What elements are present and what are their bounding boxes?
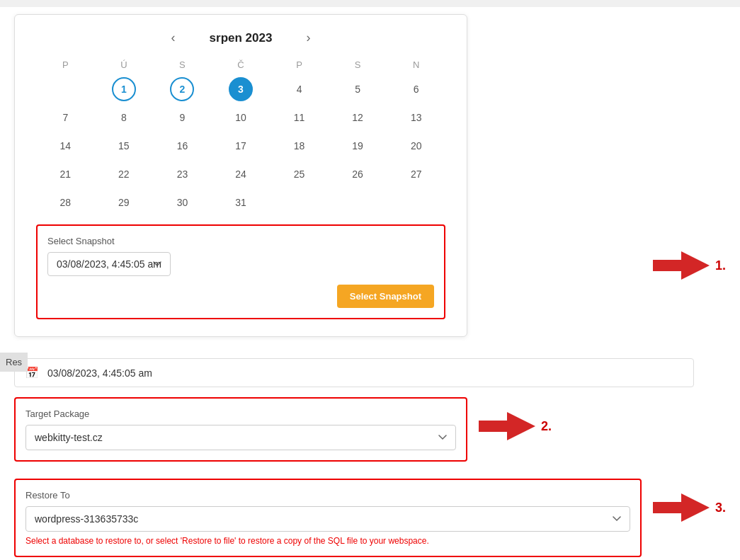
cal-day-empty2 — [288, 190, 312, 215]
calendar-month-title: srpen 2023 — [210, 31, 273, 45]
calendar-weekdays: P Ú S Č P S N — [36, 57, 445, 73]
selected-date-row: 📅 03/08/2023, 4:45:05 am — [14, 358, 694, 387]
snapshot-dropdown[interactable]: 03/08/2023, 4:45:05 am — [47, 252, 171, 276]
cal-day-28[interactable]: 28 — [53, 190, 77, 215]
cal-day-11[interactable]: 11 — [288, 105, 312, 130]
cal-day-14[interactable]: 14 — [53, 134, 77, 158]
cal-day-7[interactable]: 7 — [53, 105, 77, 130]
selected-date-value: 03/08/2023, 4:45:05 am — [47, 367, 152, 379]
cal-day-15[interactable]: 15 — [112, 134, 136, 158]
cal-day-26[interactable]: 26 — [346, 162, 370, 186]
cal-day-31[interactable]: 31 — [229, 190, 253, 215]
weekday-s1: S — [153, 57, 212, 73]
select-snapshot-label: Select Snapshot — [47, 236, 434, 246]
svg-marker-2 — [653, 493, 710, 522]
next-month-button[interactable]: › — [300, 29, 316, 47]
annotation-number-1: 1. — [715, 258, 726, 273]
cal-day-4[interactable]: 4 — [288, 77, 312, 101]
annotation-number-3: 3. — [715, 501, 726, 515]
cal-day-3[interactable]: 3 — [229, 77, 253, 101]
restore-to-dropdown[interactable]: wordpress-313635733c — [25, 506, 630, 532]
cal-day-10[interactable]: 10 — [229, 105, 253, 130]
cal-day-30[interactable]: 30 — [170, 190, 194, 215]
cal-day-25[interactable]: 25 — [288, 162, 312, 186]
weekday-p1: P — [36, 57, 95, 73]
cal-day-16[interactable]: 16 — [170, 134, 194, 158]
arrow-annotation-2 — [479, 408, 535, 444]
cal-day-23[interactable]: 23 — [170, 162, 194, 186]
restore-to-label: Restore To — [25, 490, 630, 501]
cal-day-20[interactable]: 20 — [404, 134, 428, 158]
cal-day-8[interactable]: 8 — [112, 105, 136, 130]
cal-day-29[interactable]: 29 — [112, 190, 136, 215]
weekday-p2: P — [270, 57, 329, 73]
svg-marker-0 — [653, 251, 710, 280]
res-label: Res — [0, 353, 28, 372]
calendar-days: 1 2 3 4 5 6 7 8 9 10 11 12 — [36, 77, 445, 215]
cal-day-21[interactable]: 21 — [53, 162, 77, 186]
cal-day-5[interactable]: 5 — [346, 77, 370, 101]
target-package-label: Target Package — [25, 408, 456, 419]
weekday-s2: S — [329, 57, 387, 73]
cal-day-12[interactable]: 12 — [346, 105, 370, 130]
cal-day-2[interactable]: 2 — [170, 77, 194, 101]
select-snapshot-box: Select Snapshot 03/08/2023, 4:45:05 am S… — [36, 224, 445, 319]
arrow-annotation-3 — [653, 490, 710, 525]
cal-day-24[interactable]: 24 — [229, 162, 253, 186]
arrow-annotation-1 — [653, 248, 710, 283]
svg-marker-1 — [479, 412, 535, 440]
cal-day-19[interactable]: 19 — [346, 134, 370, 158]
cal-day-6[interactable]: 6 — [404, 77, 428, 101]
cal-day-1[interactable]: 1 — [112, 77, 136, 101]
weekday-c: Č — [212, 57, 271, 73]
cal-day-18[interactable]: 18 — [288, 134, 312, 158]
weekday-n: N — [387, 57, 445, 73]
prev-month-button[interactable]: ‹ — [166, 29, 181, 47]
target-package-box: Target Package webkitty-test.cz — [14, 397, 467, 462]
cal-day-22[interactable]: 22 — [112, 162, 136, 186]
cal-day-empty1 — [53, 77, 77, 101]
cal-day-27[interactable]: 27 — [404, 162, 428, 186]
cal-day-empty4 — [404, 190, 428, 215]
weekday-u: Ú — [95, 57, 154, 73]
cal-day-empty3 — [346, 190, 370, 215]
cal-day-13[interactable]: 13 — [404, 105, 428, 130]
cal-day-9[interactable]: 9 — [170, 105, 194, 130]
restore-hint: Select a database to restore to, or sele… — [25, 536, 630, 546]
cal-day-17[interactable]: 17 — [229, 134, 253, 158]
restore-to-box: Restore To wordpress-313635733c Select a… — [14, 479, 642, 557]
target-package-dropdown[interactable]: webkitty-test.cz — [25, 425, 456, 450]
annotation-number-2: 2. — [541, 419, 552, 434]
select-snapshot-button[interactable]: Select Snapshot — [337, 285, 434, 308]
